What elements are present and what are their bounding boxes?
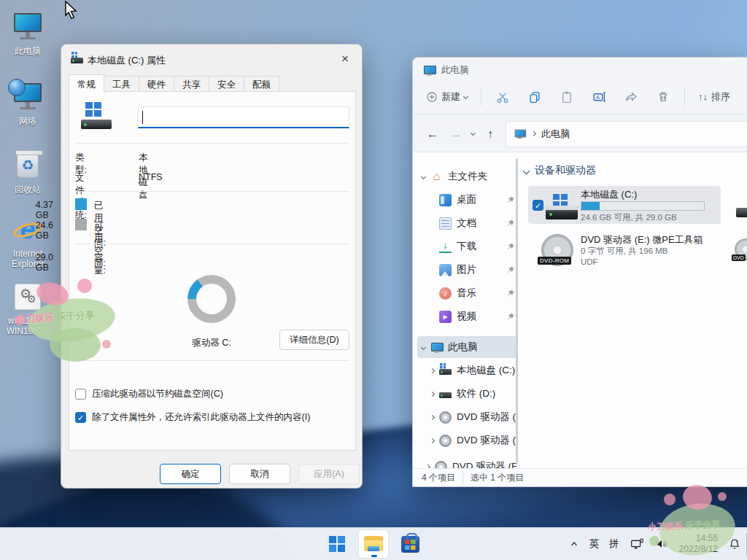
copy-button[interactable] xyxy=(521,85,549,109)
filesystem-label: 文件系统: xyxy=(75,172,87,222)
sidebar-item-dvd-partial[interactable]: DVD 驱动器 (E:) xyxy=(417,456,516,468)
tab-tools[interactable]: 工具 xyxy=(104,76,139,92)
local-disk-icon xyxy=(439,365,452,377)
expanded-chevron-icon[interactable] xyxy=(421,174,426,179)
disk-icon xyxy=(439,388,452,400)
gears-icon: ⚙⚙ xyxy=(11,281,44,314)
new-button[interactable]: 新建 xyxy=(420,86,473,108)
chevron-down-icon xyxy=(463,94,468,99)
delete-button[interactable] xyxy=(649,85,677,109)
tab-security[interactable]: 安全 xyxy=(209,76,244,92)
desktop-icon-network[interactable]: 网络 xyxy=(1,82,54,126)
clock-date: 2022/8/12 xyxy=(679,544,718,555)
capacity-bar xyxy=(581,201,705,211)
selection-count: 选中 1 个项目 xyxy=(462,472,524,484)
tab-sharing[interactable]: 共享 xyxy=(174,76,209,92)
drive-filesystem: UDF xyxy=(581,257,598,266)
explorer-navbar: ← → ↑ 此电脑 xyxy=(413,115,747,152)
volume-icon[interactable] xyxy=(654,537,669,551)
details-button[interactable]: 详细信息(D) xyxy=(279,330,349,350)
tab-quota[interactable]: 配额 xyxy=(244,76,279,92)
share-button[interactable] xyxy=(617,85,645,109)
recent-locations-chevron[interactable] xyxy=(471,130,476,135)
collapsed-chevron-icon[interactable] xyxy=(430,414,435,419)
group-header-devices[interactable]: 设备和驱动器 xyxy=(524,164,596,177)
close-button[interactable]: × xyxy=(333,48,357,70)
drive-item-dvd-e[interactable]: DVD 驱动器 (E:) 微PE工具箱 0 字节 可用, 共 196 MB UD… xyxy=(528,231,721,273)
sidebar-item-label: 主文件夹 xyxy=(448,170,516,183)
checkbox[interactable]: ✓ xyxy=(75,412,86,423)
dvd-icon xyxy=(435,461,447,469)
system-tray: 英 拼 14:55 2022/8/12 z xyxy=(569,528,741,560)
pin-icon xyxy=(506,265,515,274)
desktop-icon-win11-restore[interactable]: ⚙⚙ win11恢复 WIN10经... xyxy=(1,281,54,336)
separator xyxy=(75,244,349,244)
explorer-body: ⌂ 主文件夹 桌面 文档 ↓ 下载 图片 xyxy=(413,152,747,468)
sidebar-item-pictures[interactable]: 图片 xyxy=(417,259,516,281)
disk-usage-donut-chart xyxy=(187,275,236,323)
sidebar-item-this-pc[interactable]: 此电脑 xyxy=(417,336,516,358)
sidebar-item-music[interactable]: ♪ 音乐 xyxy=(417,282,516,304)
screen: 此电脑 网络 ♻ 回收站 e Internet Explorer ⚙⚙ win1… xyxy=(0,0,747,560)
taskbar: 英 拼 14:55 2022/8/12 z xyxy=(0,527,747,560)
collapsed-chevron-icon[interactable] xyxy=(430,391,435,396)
sidebar-item-label: 视频 xyxy=(457,310,501,323)
dialog-titlebar[interactable]: 本地磁盘 (C:) 属性 × xyxy=(61,44,362,74)
clock[interactable]: 14:55 2022/8/12 xyxy=(679,533,718,555)
collapsed-chevron-icon[interactable] xyxy=(430,368,435,373)
sidebar-item-dvd-e[interactable]: DVD 驱动器 (E xyxy=(417,406,516,428)
microsoft-store-button[interactable] xyxy=(395,530,425,558)
rename-button[interactable]: A xyxy=(585,85,613,109)
tab-general[interactable]: 常规 xyxy=(69,74,104,93)
desktop-icon-label: win11恢复 WIN10经... xyxy=(1,316,54,336)
paste-button[interactable] xyxy=(553,85,581,109)
address-bar[interactable]: 此电脑 xyxy=(506,121,747,147)
sidebar-item-videos[interactable]: ▶ 视频 xyxy=(417,306,516,327)
selection-checkbox[interactable]: ✓ xyxy=(533,200,543,211)
desktop-icon-recycle-bin[interactable]: ♻ 回收站 xyxy=(1,150,54,195)
forward-button[interactable]: → xyxy=(448,128,464,141)
notification-bell-icon[interactable]: z xyxy=(728,537,741,551)
network-icon[interactable] xyxy=(630,537,644,551)
cut-button[interactable] xyxy=(489,85,516,109)
volume-name-field[interactable] xyxy=(138,106,349,128)
videos-icon: ▶ xyxy=(439,311,452,323)
ime-mode-indicator[interactable]: 拼 xyxy=(609,537,619,551)
index-content-checkbox[interactable]: ✓ 除了文件属性外，还允许索引此驱动器上文件的内容(I) xyxy=(75,411,310,424)
expanded-chevron-icon[interactable] xyxy=(421,344,426,349)
breadcrumb[interactable]: 此电脑 xyxy=(541,128,570,141)
compress-drive-checkbox[interactable]: 压缩此驱动器以节约磁盘空间(C) xyxy=(75,388,223,400)
sidebar-item-desktop[interactable]: 桌面 xyxy=(417,189,516,211)
checkbox[interactable] xyxy=(75,389,86,400)
clock-time: 14:55 xyxy=(679,533,718,544)
this-pc-icon xyxy=(423,64,436,77)
hidden-icons-chevron[interactable] xyxy=(569,539,579,549)
drive-item-partial[interactable]: DVD xyxy=(735,238,747,263)
sort-button[interactable]: ↑↓ 排序 xyxy=(692,86,736,108)
sidebar-item-documents[interactable]: 文档 xyxy=(417,212,516,234)
sidebar-item-disk-d[interactable]: 软件 (D:) xyxy=(417,383,516,405)
file-explorer-taskbar-button[interactable] xyxy=(359,530,388,558)
sidebar-scrollbar[interactable] xyxy=(516,158,518,464)
drive-item-partial[interactable] xyxy=(736,198,747,219)
collapsed-chevron-icon[interactable] xyxy=(430,438,435,443)
sidebar-item-local-disk-c[interactable]: 本地磁盘 (C:) xyxy=(417,359,516,381)
apply-button[interactable]: 应用(A) xyxy=(298,464,360,484)
desktop-icon-this-pc[interactable]: 此电脑 xyxy=(1,12,54,56)
up-button[interactable]: ↑ xyxy=(482,128,498,141)
sidebar-item-dvd-f[interactable]: DVD 驱动器 (F xyxy=(417,429,516,451)
sidebar-item-home[interactable]: ⌂ 主文件夹 xyxy=(417,166,516,187)
tab-hardware[interactable]: 硬件 xyxy=(139,76,174,92)
drive-caption: 驱动器 C: xyxy=(139,337,285,349)
explorer-titlebar[interactable]: 此电脑 xyxy=(423,63,469,77)
ok-button[interactable]: 确定 xyxy=(160,464,221,484)
plus-circle-icon xyxy=(426,91,438,103)
pin-icon xyxy=(506,219,515,228)
sidebar-item-downloads[interactable]: ↓ 下载 xyxy=(417,236,516,257)
back-button[interactable]: ← xyxy=(425,128,441,141)
cancel-button[interactable]: 取消 xyxy=(229,464,290,484)
drive-item-local-disk-c[interactable]: ✓ 本地磁盘 (C:) 24.6 GB 可用, 共 29.0 GB xyxy=(528,186,721,224)
start-button[interactable] xyxy=(322,530,352,558)
group-collapse-chevron-icon[interactable] xyxy=(523,167,530,174)
ime-language-indicator[interactable]: 英 xyxy=(589,537,600,551)
